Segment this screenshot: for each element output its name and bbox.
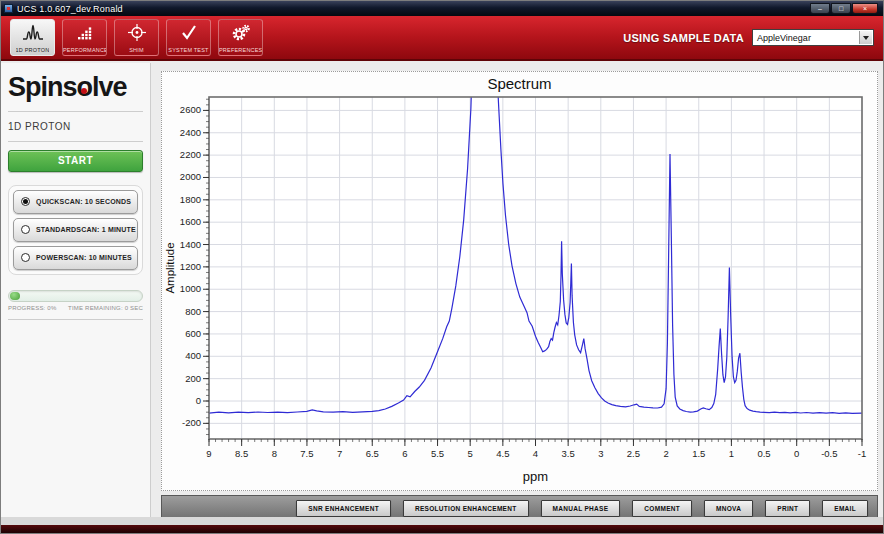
y-tick-label: 1200	[180, 261, 201, 272]
divider	[8, 111, 143, 112]
divider	[8, 141, 143, 142]
y-tick-label: 600	[185, 328, 201, 339]
spectrum-chart-container: Spectrum 98.587.576.565.554.543.532.521.…	[161, 71, 878, 491]
x-tick-label: 1	[729, 448, 734, 459]
y-tick-label: 1800	[180, 194, 201, 205]
x-tick-label: 8.5	[235, 448, 248, 459]
x-tick-label: 6.5	[366, 448, 379, 459]
sample-data-label: USING SAMPLE DATA	[623, 32, 744, 44]
protocol-title: 1D PROTON	[8, 121, 143, 132]
x-tick-label: 7.5	[300, 448, 313, 459]
spectrum-plot[interactable]: 98.587.576.565.554.543.532.521.510.50-0.…	[163, 93, 876, 485]
x-tick-label: 3.5	[562, 448, 575, 459]
progress-labels: PROGRESS: 0% TIME REMAINING: 0 SEC	[8, 305, 143, 311]
chevron-down-icon[interactable]	[859, 31, 872, 44]
window-title: UCS 1.0.607_dev.Ronald	[17, 4, 123, 14]
email-button[interactable]: EMAIL	[822, 500, 868, 517]
logo-o: o	[77, 73, 93, 103]
gears-icon	[230, 23, 252, 42]
y-tick-label: 200	[185, 373, 201, 384]
window-controls: –□×	[810, 3, 880, 14]
x-tick-label: 8	[272, 448, 277, 459]
scan-option-label: POWERSCAN: 10 MINUTES	[36, 254, 132, 261]
resolution-enhancement-button[interactable]: RESOLUTION ENHANCEMENT	[403, 500, 529, 517]
manual-phase-button[interactable]: MANUAL PHASE	[541, 500, 621, 517]
minimize-button[interactable]: –	[810, 3, 830, 14]
x-tick-label: 0	[794, 448, 799, 459]
scan-option-standardscan[interactable]: STANDARDSCAN: 1 MINUTE	[13, 218, 138, 242]
y-tick-label: 2400	[180, 127, 201, 138]
radio-icon[interactable]	[21, 253, 30, 262]
y-tick-label: 1600	[180, 216, 201, 227]
y-tick-label: 2000	[180, 171, 201, 182]
toolbar-button-preferences[interactable]: PREFERENCES	[218, 19, 263, 56]
status-strip	[1, 525, 883, 533]
window-titlebar: UCS 1.0.607_dev.Ronald –□×	[1, 1, 883, 16]
chart-title: Spectrum	[162, 75, 877, 92]
logo-red-dot	[81, 88, 87, 94]
scan-option-quickscan[interactable]: QUICKSCAN: 10 SECONDS	[13, 190, 138, 214]
toolbar-button-system-test[interactable]: SYSTEM TEST	[166, 19, 211, 56]
progress-bar-fill	[10, 292, 20, 300]
y-tick-label: 400	[185, 350, 201, 361]
x-tick-label: 7	[337, 448, 342, 459]
comment-button[interactable]: COMMENT	[632, 500, 692, 517]
toolbar-button-performance[interactable]: PERFORMANCE	[62, 19, 107, 56]
x-tick-label: 5.5	[431, 448, 444, 459]
toolbar-button-label: SHIM	[129, 47, 144, 53]
x-axis-label: ppm	[523, 469, 548, 484]
toolbar-button-label: 1D PROTON	[16, 47, 50, 53]
window-bottom-edge	[1, 517, 883, 525]
scan-options-group: QUICKSCAN: 10 SECONDSSTANDARDSCAN: 1 MIN…	[8, 185, 143, 275]
logo-text-2: lve	[92, 72, 127, 102]
sample-data-area: USING SAMPLE DATA AppleVinegar	[623, 29, 874, 46]
x-tick-label: -0.5	[821, 448, 837, 459]
x-tick-label: 9	[206, 448, 211, 459]
x-tick-label: 5	[468, 448, 473, 459]
ascending-dots-icon	[74, 23, 96, 42]
toolbar-button-label: SYSTEM TEST	[168, 47, 208, 53]
application-window: UCS 1.0.607_dev.Ronald –□× 1D PROTONPERF…	[0, 0, 884, 534]
y-tick-label: -200	[182, 417, 201, 428]
y-axis-label: Amplitude	[164, 242, 176, 293]
scan-option-label: STANDARDSCAN: 1 MINUTE	[36, 226, 136, 233]
toolbar-button-shim[interactable]: SHIM	[114, 19, 159, 56]
x-tick-label: 4	[533, 448, 538, 459]
x-tick-label: 2	[663, 448, 668, 459]
print-button[interactable]: PRINT	[765, 500, 810, 517]
spinsolve-logo: Spinsolve	[8, 73, 143, 103]
toolbar-button-label: PREFERENCES	[219, 47, 262, 53]
x-tick-label: 2.5	[627, 448, 640, 459]
progress-bar	[8, 290, 143, 302]
x-tick-label: 0.5	[757, 448, 770, 459]
app-icon	[4, 4, 13, 13]
protocol-toolbar: 1D PROTONPERFORMANCESHIMSYSTEM TESTPREFE…	[1, 16, 883, 61]
y-tick-label: 800	[185, 306, 201, 317]
start-button[interactable]: START	[8, 150, 143, 172]
x-tick-label: 3	[598, 448, 603, 459]
radio-selected-icon[interactable]	[21, 197, 30, 206]
checkmark-icon	[178, 23, 200, 42]
maximize-button[interactable]: □	[831, 3, 851, 14]
target-icon	[126, 23, 148, 42]
protocol-buttons: 1D PROTONPERFORMANCESHIMSYSTEM TESTPREFE…	[10, 19, 263, 56]
progress-percent-label: PROGRESS: 0%	[8, 305, 56, 311]
snr-enhancement-button[interactable]: SNR ENHANCEMENT	[296, 500, 391, 517]
mnova-button[interactable]: MNOVA	[704, 500, 753, 517]
sample-data-dropdown[interactable]: AppleVinegar	[752, 29, 874, 46]
main-panel: Spectrum 98.587.576.565.554.543.532.521.…	[151, 63, 883, 517]
close-button[interactable]: ×	[852, 3, 878, 14]
sidebar: Spinsolve 1D PROTON START QUICKSCAN: 10 …	[1, 63, 151, 517]
x-tick-label: 1.5	[692, 448, 705, 459]
x-tick-label: 6	[402, 448, 407, 459]
y-tick-label: 2600	[180, 104, 201, 115]
y-tick-label: 2200	[180, 149, 201, 160]
scan-option-label: QUICKSCAN: 10 SECONDS	[36, 198, 131, 205]
sample-data-value: AppleVinegar	[757, 33, 811, 43]
radio-icon[interactable]	[21, 225, 30, 234]
time-remaining-label: TIME REMAINING: 0 SEC	[68, 305, 143, 311]
scan-option-powerscan[interactable]: POWERSCAN: 10 MINUTES	[13, 246, 138, 270]
y-tick-label: 0	[196, 395, 201, 406]
nmr-peaks-icon	[22, 23, 44, 42]
toolbar-button-1d-proton[interactable]: 1D PROTON	[10, 19, 55, 56]
